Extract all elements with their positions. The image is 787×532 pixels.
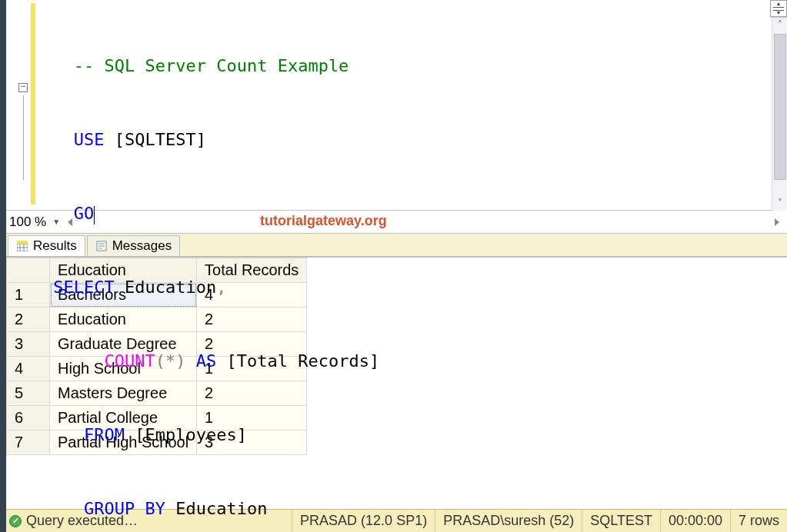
fold-toggle-icon[interactable]	[18, 83, 28, 92]
watermark-text: tutorialgateway.org	[260, 213, 387, 229]
horizontal-scroll-track[interactable]	[66, 217, 781, 228]
scroll-down-icon[interactable]: ˅	[772, 195, 787, 211]
editor-gutter	[6, 0, 40, 210]
scroll-thumb[interactable]	[774, 34, 786, 180]
code-area[interactable]: -- SQL Server Count Example USE [SQLTEST…	[40, 0, 787, 210]
zoom-level[interactable]: 100 %	[9, 214, 46, 230]
svg-rect-5	[17, 241, 28, 244]
split-pane-icon[interactable]: ▴ ▾	[770, 0, 787, 17]
editor-scrollbar[interactable]: ˄ ˅	[772, 0, 787, 211]
scroll-up-icon[interactable]: ˄	[772, 17, 787, 32]
code-comment: -- SQL Server Count Example	[74, 56, 349, 75]
success-icon: ✓	[9, 515, 22, 527]
zoom-bar: 100 % ▼ tutorialgateway.org	[6, 211, 787, 234]
zoom-dropdown-icon[interactable]: ▼	[52, 218, 60, 226]
sql-editor[interactable]: -- SQL Server Count Example USE [SQLTEST…	[6, 0, 787, 211]
grid-icon	[16, 240, 28, 252]
